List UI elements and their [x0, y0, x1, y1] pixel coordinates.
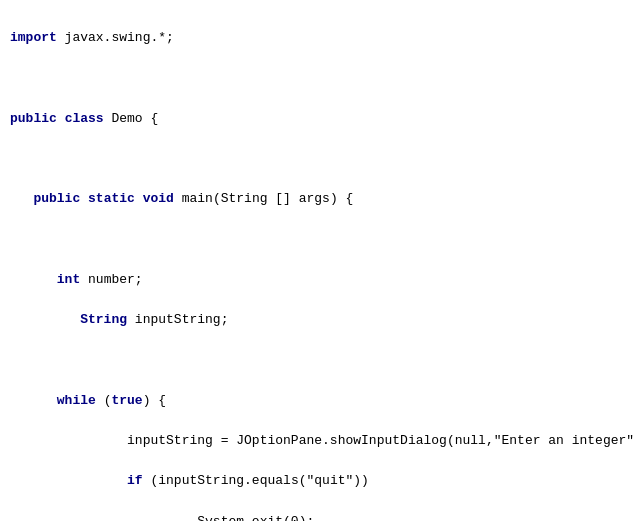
code-line-4: [10, 149, 624, 169]
code-line-3: public class Demo {: [10, 109, 624, 129]
code-line-10: while (true) {: [10, 391, 624, 411]
code-line-7: int number;: [10, 270, 624, 290]
code-line-13: System.exit(0);: [10, 512, 624, 521]
code-line-6: [10, 230, 624, 250]
code-line-8: String inputString;: [10, 310, 624, 330]
code-line-1: import javax.swing.*;: [10, 28, 624, 48]
code-line-9: [10, 350, 624, 370]
code-line-5: public static void main(String [] args) …: [10, 189, 624, 209]
code-line-2: [10, 68, 624, 88]
code-editor: import javax.swing.*; public class Demo …: [0, 0, 634, 521]
code-line-12: if (inputString.equals("quit")): [10, 471, 624, 491]
code-line-11: inputString = JOptionPane.showInputDialo…: [10, 431, 624, 451]
